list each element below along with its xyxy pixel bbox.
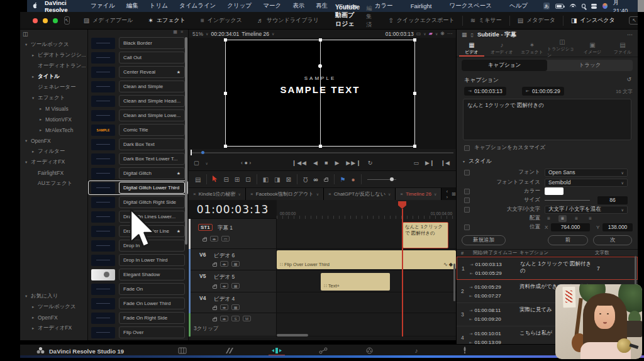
caption-text-input[interactable]: なんと 1クリックで 図解付きの: [463, 99, 631, 140]
list-view-icon[interactable]: ≡: [180, 30, 183, 36]
timeline-tab[interactable]: × Facebook強制ログアウト ∨: [246, 188, 324, 200]
title-template-item[interactable]: Digital Glitch Lower Third: [88, 181, 188, 195]
media-pool-button[interactable]: ▨ メディアプール: [76, 12, 141, 29]
auto-select-icon[interactable]: ◂▸: [220, 283, 228, 289]
add-caption-button[interactable]: 新規追加: [462, 235, 506, 245]
font-checkbox[interactable]: [464, 170, 470, 175]
inspector-subtab[interactable]: キャプション: [462, 60, 547, 71]
auto-select-icon[interactable]: ◂▸: [220, 316, 228, 321]
align-right-icon[interactable]: ≡: [572, 215, 580, 222]
dynamic-trim-icon[interactable]: ⊞: [235, 176, 240, 183]
track-badge-v6[interactable]: V6: [199, 252, 206, 258]
enable-track-icon[interactable]: ▦: [231, 304, 240, 310]
sidebar-item[interactable]: ジェネレーター: [20, 82, 87, 92]
gang-icon[interactable]: ▭: [416, 31, 421, 36]
lock-icon[interactable]: [213, 264, 217, 267]
title-template-item[interactable]: Center Reveal ★: [88, 65, 188, 79]
timeline-tab[interactable]: × Timeline 26 ∨: [396, 188, 441, 200]
sidebar-item[interactable]: AUエフェクト: [20, 178, 87, 189]
title-template-item[interactable]: Comic Title: [88, 123, 188, 137]
inspector-tab[interactable]: ◫ トランジション: [547, 40, 577, 57]
color-swatch[interactable]: [545, 187, 564, 195]
timeline-playhead[interactable]: [402, 209, 403, 336]
go-to-start-button[interactable]: ❙◀◀: [292, 160, 307, 166]
transform-handle-ne[interactable]: [413, 38, 416, 42]
cut-page-button[interactable]: [220, 346, 239, 355]
auto-select-icon[interactable]: ◂▸: [220, 261, 228, 267]
transform-handle-e[interactable]: [413, 92, 416, 95]
track-name-v5[interactable]: ビデオ 5: [214, 274, 235, 281]
sidebar-item[interactable]: エフェクト: [20, 92, 87, 103]
menu-clip[interactable]: クリップ: [221, 2, 257, 10]
title-template-item[interactable]: Clean and Simple Lowe...: [88, 108, 188, 123]
new-timeline-icon[interactable]: ⊞: [452, 191, 456, 197]
tree-arrow-icon[interactable]: [40, 117, 45, 122]
lock-icon[interactable]: [213, 286, 217, 289]
timeline-zoom-slider[interactable]: [367, 179, 396, 180]
enable-track-icon[interactable]: ▦: [231, 283, 240, 289]
font-face-select[interactable]: Semibold∨: [545, 179, 628, 187]
link-clips-icon[interactable]: ∞: [313, 176, 318, 183]
chevron-down-icon[interactable]: ∨: [272, 31, 274, 36]
title-template-item[interactable]: Clean and Simple Head...: [88, 94, 188, 108]
sidebar-item[interactable]: OpenFX: [20, 135, 87, 146]
metadata-button[interactable]: ▤ メタデータ: [510, 12, 563, 29]
close-icon[interactable]: ×: [328, 191, 331, 197]
title-template-item[interactable]: Drop In Lower Third: [88, 253, 188, 267]
title-template-item[interactable]: Digital Glitch Right Side: [88, 195, 188, 209]
enable-track-icon[interactable]: ▦: [231, 261, 240, 267]
style-section-header[interactable]: ▾ スタイル: [463, 157, 492, 165]
sidebar-item[interactable]: お気に入り: [20, 291, 87, 301]
tree-arrow-icon[interactable]: [32, 304, 38, 309]
edit-page-button[interactable]: [267, 346, 286, 355]
menu-mark[interactable]: マーク: [257, 2, 287, 10]
sidebar-item[interactable]: ビデオトランジシ...: [20, 50, 87, 60]
auto-select-icon[interactable]: ◂▸: [220, 304, 228, 310]
next-caption-button[interactable]: 次: [593, 235, 632, 245]
menubar-app-name[interactable]: DaVinci Resolve: [39, 0, 85, 13]
prev-edit-icon[interactable]: ❙◀: [441, 160, 450, 166]
chevron-down-icon[interactable]: ∨: [434, 192, 436, 196]
title-template-item[interactable]: Fade On: [88, 282, 188, 296]
sound-library-button[interactable]: ♬ サウンドライブラリ: [250, 12, 326, 29]
title-template-item[interactable]: Call Out: [88, 50, 188, 65]
timeline-view-options-icon[interactable]: ▤: [195, 176, 201, 183]
search-icon[interactable]: [582, 4, 586, 8]
transform-handle-w[interactable]: [224, 92, 227, 95]
font-select[interactable]: Open Sans∨: [545, 169, 628, 177]
inspector-button[interactable]: ◨ インスペクタ: [564, 12, 623, 29]
curve-icon[interactable]: ∿: [443, 262, 448, 267]
size-value[interactable]: 86: [597, 196, 628, 204]
size-checkbox[interactable]: [464, 197, 470, 203]
jog-control[interactable]: ‹ ● ›: [241, 160, 251, 166]
viewer-scrub-bar[interactable]: [189, 149, 456, 155]
transform-handle-nw[interactable]: [224, 38, 227, 42]
favorite-star-icon[interactable]: ★: [177, 171, 180, 176]
title-template-item[interactable]: Elegant Shadow: [88, 267, 188, 282]
tree-arrow-icon[interactable]: [25, 294, 31, 299]
lock-icon[interactable]: [324, 179, 328, 182]
customize-checkbox[interactable]: [464, 145, 470, 151]
sidebar-item[interactable]: MotionVFX: [20, 114, 87, 125]
caption-table-row[interactable]: 1 ⇥01:00:03:13 ⇤01:00:05:29 なんと 1クリックで 図…: [457, 257, 638, 280]
position-checkbox[interactable]: [464, 225, 470, 230]
text-plus-clip[interactable]: ∷ Text+: [321, 273, 390, 291]
chevron-down-icon[interactable]: ∨: [435, 31, 438, 36]
track-name-v6[interactable]: ビデオ 6: [214, 252, 235, 260]
marker-icon[interactable]: ●: [352, 176, 355, 183]
chevron-down-icon[interactable]: ∨: [316, 192, 319, 196]
solo-button[interactable]: S: [231, 316, 240, 321]
step-back-button[interactable]: ◀: [313, 160, 318, 166]
loop-button[interactable]: ↻: [368, 160, 374, 166]
tree-arrow-icon[interactable]: [32, 326, 38, 331]
timeline-tab[interactable]: × ChatGPTが反応しない ∨: [324, 188, 396, 200]
track-badge-v5[interactable]: V5: [199, 273, 206, 279]
viewer-timeline-name[interactable]: Timeline 26: [242, 31, 269, 37]
align-left-icon[interactable]: ≡: [545, 215, 553, 222]
viewer-zoom-level[interactable]: 51%: [192, 31, 203, 37]
lut-icon[interactable]: ▰: [429, 31, 433, 36]
selection-mode-icon[interactable]: [213, 175, 218, 184]
menu-trim[interactable]: トリム: [144, 2, 174, 10]
program-frame[interactable]: SAMPLE SAMPLE TEXT: [225, 40, 415, 147]
play-button[interactable]: ▶: [335, 160, 340, 166]
